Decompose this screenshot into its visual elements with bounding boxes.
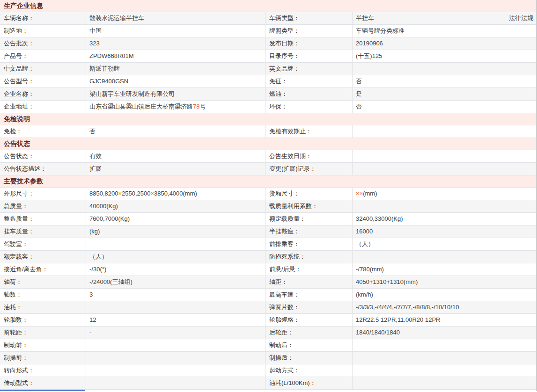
field-label: 整备质量： <box>0 213 86 225</box>
field-label: 挂车质量： <box>0 225 86 238</box>
field-value: -/780(mm) <box>356 263 533 276</box>
field-value: 否 <box>356 75 533 87</box>
table-row: 公告型号： GJC9400GSN 免征： 否 <box>0 75 536 88</box>
table-row: 制造地： 中国 牌照类型： 车辆号牌分类标准 <box>0 25 536 37</box>
field-label: 外形尺寸： <box>0 188 86 200</box>
field-label: 轴荷： <box>0 276 86 288</box>
field-value <box>356 339 533 351</box>
field-label: 公告型号： <box>0 75 86 87</box>
table-row: 企业地址： 山东省梁山县梁山镇后庄大桥南梁济路78号 环保： 否 <box>0 101 536 113</box>
field-label: 总质量： <box>0 200 86 212</box>
field-value <box>356 150 533 162</box>
field-label: 英文品牌： <box>265 63 353 75</box>
field-value <box>86 364 265 377</box>
field-value <box>356 163 533 175</box>
table-row: 总质量： 40000(Kg) 载质量利用系数： <box>0 200 536 213</box>
field-label: 牌照类型： <box>265 25 353 37</box>
field-label: 车辆名称： <box>0 12 86 24</box>
field-value: 扩展 <box>86 163 265 175</box>
field-value: ZPDW668R01M <box>86 50 265 62</box>
field-label: 额定载质量： <box>265 213 353 225</box>
field-label: 免检有效期止： <box>265 125 353 138</box>
table-row: 接近角/离去角： -/30(°) 前悬/后悬： -/780(mm) <box>0 263 536 276</box>
table-row: 车辆名称： 散装水泥运输半挂车 车辆类型： 半挂车 法律法规 <box>0 12 536 25</box>
field-value: （人） <box>356 238 533 250</box>
field-value <box>356 364 533 377</box>
table-row: 中文品牌： 斯派菲勒牌 英文品牌： <box>0 63 536 75</box>
field-label: 半挂鞍座： <box>265 225 353 238</box>
field-value: 有效 <box>86 150 265 162</box>
field-label: 燃油： <box>265 88 353 100</box>
field-label: 前排乘客： <box>265 238 353 250</box>
field-value: - <box>86 327 265 339</box>
table-row: 公告状态： 有效 公告生效日期： <box>0 150 536 163</box>
field-label: 公告生效日期： <box>265 150 353 162</box>
section-header-technical-parameters: 主要技术参数 <box>0 175 536 188</box>
table-row: 产品号： ZPDW668R01M 目录序号： (十五)125 <box>0 50 536 63</box>
field-value: 3 <box>86 289 265 301</box>
field-label: 制动后： <box>265 339 353 351</box>
field-value: 323 <box>86 37 265 50</box>
field-label: 制造地： <box>0 25 86 37</box>
field-label: 变更(扩展)记录： <box>265 163 353 175</box>
field-label: 起动方式： <box>265 364 353 377</box>
field-value <box>356 352 533 364</box>
field-value: (kg) <box>86 225 265 238</box>
field-value: (十五)125 <box>356 50 533 62</box>
table-row: 轴荷： -/24000(三轴组) 轴距： 4050+1310+1310(mm) <box>0 276 536 289</box>
field-value <box>86 352 265 364</box>
field-label: 传动型式： <box>0 377 86 389</box>
field-value <box>86 339 265 351</box>
table-row: 转向形式： 起动方式： <box>0 364 536 377</box>
legal-regulations-link[interactable]: 法律法规 <box>509 12 533 24</box>
field-value: GJC9400GSN <box>86 75 265 87</box>
field-value: 山东省梁山县梁山镇后庄大桥南梁济路78号 <box>86 101 265 113</box>
field-label: 环保： <box>265 101 353 113</box>
field-value: 8850,8200×2550,2500×3850,4000(mm) <box>86 188 265 200</box>
field-label: 企业地址： <box>0 101 86 113</box>
field-value <box>356 251 533 263</box>
field-value: 16000 <box>356 225 533 238</box>
field-value: 7600,7000(Kg) <box>86 213 265 225</box>
field-value: 中国 <box>86 25 265 37</box>
field-label: 前轮距： <box>0 327 86 339</box>
table-row: 企业名称： 梁山新宇车业研发制造有限公司 燃油： 是 <box>0 88 536 101</box>
field-label: 轴距： <box>265 276 353 288</box>
field-value: -/3/3/3,-/4/4/4,-/7/7/7,-/8/8/8,-/10/10/… <box>356 301 533 313</box>
field-label: 驾驶室： <box>0 238 86 250</box>
field-value: 12 <box>86 314 265 326</box>
field-value: 32400,33000(Kg) <box>356 213 533 225</box>
field-value: 否 <box>356 101 533 113</box>
field-value: 车辆号牌分类标准 <box>356 25 533 37</box>
field-value <box>356 63 533 75</box>
table-row: 传动型式： 油耗(L/100Km)： <box>0 377 536 390</box>
field-label: 发布日期： <box>265 37 353 50</box>
field-label: 额定载客： <box>0 251 86 263</box>
field-label: 防抱死系统： <box>265 251 353 263</box>
field-value: 20190906 <box>356 37 533 50</box>
field-value: 散装水泥运输半挂车 <box>86 12 265 24</box>
table-row: 制动前： 制动后： <box>0 339 536 352</box>
field-value <box>356 377 533 389</box>
field-label: 公告状态： <box>0 150 86 162</box>
field-label: 目录序号： <box>265 50 353 62</box>
field-value: 是 <box>356 88 533 100</box>
field-label: 最高车速： <box>265 289 353 301</box>
section-header-manufacturer-info: 生产企业信息 <box>0 0 536 12</box>
section-header-announcement-status: 公告状态 <box>0 138 536 150</box>
field-label: 货厢尺寸： <box>265 188 353 200</box>
field-label: 免检： <box>0 125 86 138</box>
field-label: 转向形式： <box>0 364 86 377</box>
field-label: 后轮距： <box>265 327 353 339</box>
bottom-cutoff-element[interactable] <box>0 390 85 391</box>
field-value: -/30(°) <box>86 263 265 276</box>
field-value <box>86 301 265 313</box>
field-value: 梁山新宇车业研发制造有限公司 <box>86 88 265 100</box>
field-value: (km/h) <box>356 289 533 301</box>
field-value <box>86 238 265 250</box>
table-row: 额定载客： （人） 防抱死系统： <box>0 251 536 263</box>
table-row: 整备质量： 7600,7000(Kg) 额定载质量： 32400,33000(K… <box>0 213 536 225</box>
field-label: 制动前： <box>0 339 86 351</box>
field-label: 产品号： <box>0 50 86 62</box>
field-value: ××(mm) <box>356 188 533 200</box>
